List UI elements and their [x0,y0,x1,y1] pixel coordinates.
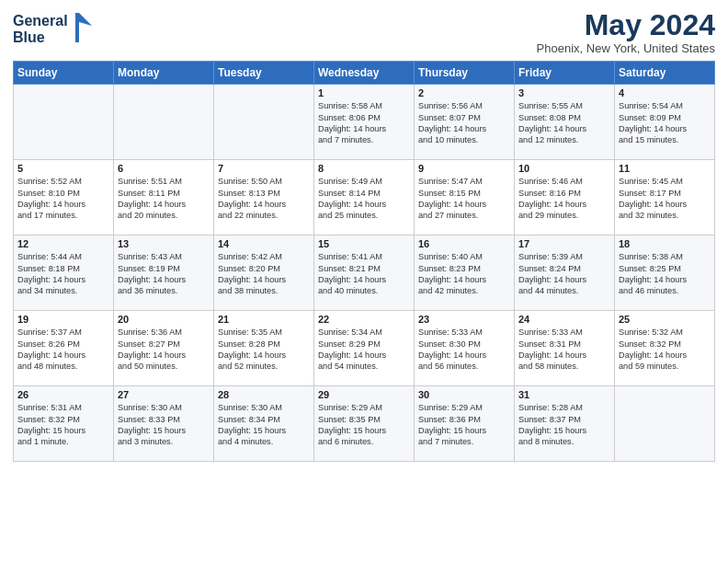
day-number: 15 [318,238,410,249]
header-sunday: Sunday [14,62,114,85]
calendar-cell [14,85,114,160]
day-number: 17 [518,238,610,249]
day-info: Sunrise: 5:50 AM Sunset: 8:13 PM Dayligh… [218,176,310,222]
calendar-week-4: 19Sunrise: 5:37 AM Sunset: 8:26 PM Dayli… [14,311,715,386]
calendar-cell: 14Sunrise: 5:42 AM Sunset: 8:20 PM Dayli… [214,236,314,311]
calendar-cell: 15Sunrise: 5:41 AM Sunset: 8:21 PM Dayli… [314,236,415,311]
calendar-cell: 3Sunrise: 5:55 AM Sunset: 8:08 PM Daylig… [515,85,615,160]
calendar-cell: 24Sunrise: 5:33 AM Sunset: 8:31 PM Dayli… [515,311,615,386]
day-number: 19 [17,314,109,325]
day-number: 27 [118,389,210,400]
weekday-header-row: Sunday Monday Tuesday Wednesday Thursday… [14,62,715,85]
day-info: Sunrise: 5:34 AM Sunset: 8:29 PM Dayligh… [318,327,410,373]
day-info: Sunrise: 5:54 AM Sunset: 8:09 PM Dayligh… [619,100,711,146]
day-number: 16 [418,238,510,249]
day-number: 11 [619,163,711,174]
calendar-cell: 18Sunrise: 5:38 AM Sunset: 8:25 PM Dayli… [615,236,715,311]
day-info: Sunrise: 5:44 AM Sunset: 8:18 PM Dayligh… [17,251,109,297]
day-number: 29 [318,389,410,400]
day-info: Sunrise: 5:36 AM Sunset: 8:27 PM Dayligh… [118,327,210,373]
calendar-header: Sunday Monday Tuesday Wednesday Thursday… [14,62,715,85]
calendar-cell: 27Sunrise: 5:30 AM Sunset: 8:33 PM Dayli… [114,386,214,462]
calendar-cell: 19Sunrise: 5:37 AM Sunset: 8:26 PM Dayli… [14,311,114,386]
calendar-cell: 20Sunrise: 5:36 AM Sunset: 8:27 PM Dayli… [114,311,214,386]
day-number: 3 [518,87,610,98]
day-number: 13 [118,238,210,249]
day-number: 7 [218,163,310,174]
day-number: 5 [17,163,109,174]
day-number: 31 [518,389,610,400]
calendar-cell: 1Sunrise: 5:58 AM Sunset: 8:06 PM Daylig… [314,85,415,160]
calendar-week-1: 1Sunrise: 5:58 AM Sunset: 8:06 PM Daylig… [14,85,715,160]
svg-text:Blue: Blue [13,29,45,45]
calendar-cell: 22Sunrise: 5:34 AM Sunset: 8:29 PM Dayli… [314,311,415,386]
calendar-cell: 29Sunrise: 5:29 AM Sunset: 8:35 PM Dayli… [314,386,415,462]
header-tuesday: Tuesday [214,62,314,85]
calendar-cell: 26Sunrise: 5:31 AM Sunset: 8:32 PM Dayli… [14,386,114,462]
calendar-cell: 13Sunrise: 5:43 AM Sunset: 8:19 PM Dayli… [114,236,214,311]
day-info: Sunrise: 5:49 AM Sunset: 8:14 PM Dayligh… [318,176,410,222]
calendar-cell: 10Sunrise: 5:46 AM Sunset: 8:16 PM Dayli… [515,160,615,236]
calendar-cell: 16Sunrise: 5:40 AM Sunset: 8:23 PM Dayli… [415,236,515,311]
calendar-cell: 21Sunrise: 5:35 AM Sunset: 8:28 PM Dayli… [214,311,314,386]
calendar-body: 1Sunrise: 5:58 AM Sunset: 8:06 PM Daylig… [14,85,715,462]
day-info: Sunrise: 5:28 AM Sunset: 8:37 PM Dayligh… [518,402,610,448]
day-number: 4 [619,87,711,98]
month-title: May 2024 [537,9,715,41]
header-wednesday: Wednesday [314,62,415,85]
calendar-cell: 17Sunrise: 5:39 AM Sunset: 8:24 PM Dayli… [515,236,615,311]
calendar-cell: 8Sunrise: 5:49 AM Sunset: 8:14 PM Daylig… [314,160,415,236]
day-info: Sunrise: 5:37 AM Sunset: 8:26 PM Dayligh… [17,327,109,373]
day-number: 9 [418,163,510,174]
calendar-cell: 2Sunrise: 5:56 AM Sunset: 8:07 PM Daylig… [415,85,515,160]
day-number: 28 [218,389,310,400]
calendar-cell: 5Sunrise: 5:52 AM Sunset: 8:10 PM Daylig… [14,160,114,236]
calendar-table: Sunday Monday Tuesday Wednesday Thursday… [13,61,715,462]
calendar-week-3: 12Sunrise: 5:44 AM Sunset: 8:18 PM Dayli… [14,236,715,311]
day-number: 6 [118,163,210,174]
day-number: 24 [518,314,610,325]
day-number: 21 [218,314,310,325]
calendar-cell: 12Sunrise: 5:44 AM Sunset: 8:18 PM Dayli… [14,236,114,311]
calendar-cell: 7Sunrise: 5:50 AM Sunset: 8:13 PM Daylig… [214,160,314,236]
day-info: Sunrise: 5:56 AM Sunset: 8:07 PM Dayligh… [418,100,510,146]
calendar-cell: 6Sunrise: 5:51 AM Sunset: 8:11 PM Daylig… [114,160,214,236]
calendar-cell: 30Sunrise: 5:29 AM Sunset: 8:36 PM Dayli… [415,386,515,462]
day-number: 8 [318,163,410,174]
calendar-cell: 4Sunrise: 5:54 AM Sunset: 8:09 PM Daylig… [615,85,715,160]
day-number: 12 [17,238,109,249]
day-info: Sunrise: 5:30 AM Sunset: 8:33 PM Dayligh… [118,402,210,448]
day-number: 18 [619,238,711,249]
header-monday: Monday [114,62,214,85]
day-number: 23 [418,314,510,325]
day-info: Sunrise: 5:40 AM Sunset: 8:23 PM Dayligh… [418,251,510,297]
header-saturday: Saturday [615,62,715,85]
svg-marker-2 [79,13,92,26]
day-info: Sunrise: 5:38 AM Sunset: 8:25 PM Dayligh… [619,251,711,297]
calendar-cell: 11Sunrise: 5:45 AM Sunset: 8:17 PM Dayli… [615,160,715,236]
day-number: 1 [318,87,410,98]
day-info: Sunrise: 5:45 AM Sunset: 8:17 PM Dayligh… [619,176,711,222]
day-info: Sunrise: 5:33 AM Sunset: 8:31 PM Dayligh… [518,327,610,373]
day-number: 20 [118,314,210,325]
calendar-cell: 9Sunrise: 5:47 AM Sunset: 8:15 PM Daylig… [415,160,515,236]
calendar-cell [214,85,314,160]
svg-rect-3 [75,13,79,42]
title-block: May 2024 Phoenix, New York, United State… [537,9,715,55]
calendar-cell [114,85,214,160]
day-number: 14 [218,238,310,249]
header: GeneralBlue May 2024 Phoenix, New York, … [13,9,715,55]
calendar-cell: 25Sunrise: 5:32 AM Sunset: 8:32 PM Dayli… [615,311,715,386]
header-thursday: Thursday [415,62,515,85]
day-info: Sunrise: 5:31 AM Sunset: 8:32 PM Dayligh… [17,402,109,448]
day-info: Sunrise: 5:30 AM Sunset: 8:34 PM Dayligh… [218,402,310,448]
day-number: 30 [418,389,510,400]
calendar-cell: 23Sunrise: 5:33 AM Sunset: 8:30 PM Dayli… [415,311,515,386]
day-number: 22 [318,314,410,325]
svg-text:General: General [13,13,68,29]
day-info: Sunrise: 5:47 AM Sunset: 8:15 PM Dayligh… [418,176,510,222]
day-info: Sunrise: 5:41 AM Sunset: 8:21 PM Dayligh… [318,251,410,297]
day-number: 26 [17,389,109,400]
day-info: Sunrise: 5:46 AM Sunset: 8:16 PM Dayligh… [518,176,610,222]
calendar-week-2: 5Sunrise: 5:52 AM Sunset: 8:10 PM Daylig… [14,160,715,236]
